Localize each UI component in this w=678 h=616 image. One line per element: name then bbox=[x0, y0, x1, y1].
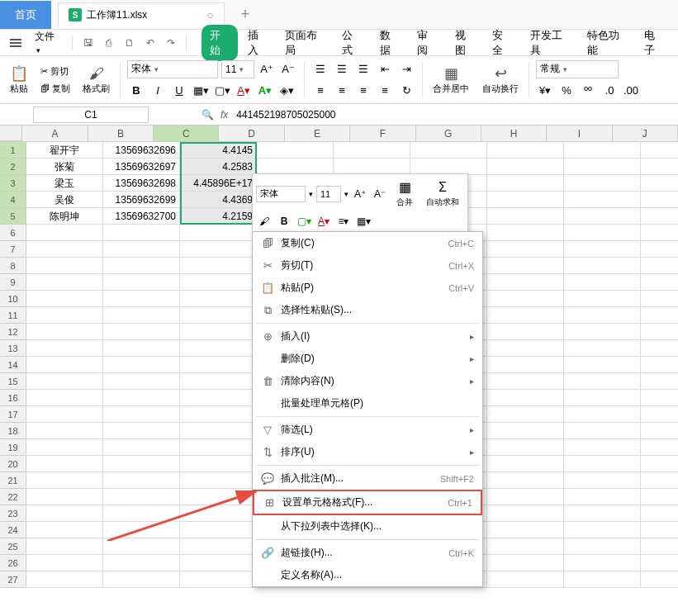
col-header-j[interactable]: J bbox=[613, 126, 678, 141]
select-all-corner[interactable] bbox=[0, 126, 22, 141]
cell[interactable] bbox=[564, 406, 641, 423]
row-header[interactable]: 9 bbox=[0, 274, 26, 291]
ctx-filter[interactable]: ▽筛选(L)▸ bbox=[253, 419, 482, 441]
cell[interactable] bbox=[26, 406, 103, 423]
cell[interactable] bbox=[641, 159, 678, 175]
cell[interactable] bbox=[26, 439, 103, 456]
cell[interactable] bbox=[103, 340, 180, 357]
orientation-icon[interactable]: ↻ bbox=[397, 82, 415, 100]
cell[interactable] bbox=[487, 456, 564, 472]
cell[interactable] bbox=[103, 291, 180, 307]
row-header[interactable]: 22 bbox=[0, 489, 26, 505]
row-header[interactable]: 5 bbox=[0, 208, 26, 225]
cell[interactable] bbox=[26, 555, 103, 571]
row-header[interactable]: 23 bbox=[0, 505, 26, 522]
cell[interactable] bbox=[641, 373, 678, 390]
underline-button[interactable]: U bbox=[170, 82, 188, 100]
cell[interactable] bbox=[26, 340, 103, 357]
cell[interactable] bbox=[564, 357, 641, 373]
cell[interactable] bbox=[26, 373, 103, 390]
cell[interactable] bbox=[180, 274, 257, 291]
cell[interactable] bbox=[564, 538, 641, 555]
cell[interactable] bbox=[410, 142, 487, 159]
cell[interactable] bbox=[180, 390, 257, 406]
cell[interactable] bbox=[564, 175, 641, 192]
tab-formulas[interactable]: 公式 bbox=[334, 25, 369, 61]
cell[interactable] bbox=[487, 439, 564, 456]
italic-button[interactable]: I bbox=[149, 82, 167, 100]
cell[interactable]: 13569632700 bbox=[103, 208, 180, 225]
cell[interactable] bbox=[103, 390, 180, 406]
col-header-b[interactable]: B bbox=[88, 126, 154, 141]
ctx-insert[interactable]: ⊕插入(I)▸ bbox=[253, 325, 482, 348]
ctx-comment[interactable]: 💬插入批注(M)...Shift+F2 bbox=[253, 467, 482, 490]
cell[interactable] bbox=[180, 439, 257, 456]
number-format-combo[interactable]: 常规▾ bbox=[536, 60, 619, 78]
row-header[interactable]: 3 bbox=[0, 175, 26, 192]
cell[interactable]: 4.45896E+17 bbox=[180, 175, 257, 192]
cell[interactable] bbox=[487, 324, 564, 340]
cell[interactable] bbox=[26, 357, 103, 373]
cell[interactable]: 4.4145 bbox=[180, 142, 257, 159]
ctx-clear[interactable]: 🗑清除内容(N)▸ bbox=[253, 370, 482, 392]
cell[interactable] bbox=[487, 159, 564, 175]
mini-font-combo[interactable]: 宋体 bbox=[256, 186, 306, 202]
cell[interactable] bbox=[103, 555, 180, 571]
cell[interactable] bbox=[26, 472, 103, 489]
align-top-icon[interactable]: ☰ bbox=[311, 60, 330, 78]
row-header[interactable]: 8 bbox=[0, 258, 26, 274]
cell[interactable] bbox=[103, 274, 180, 291]
hamburger-icon[interactable] bbox=[7, 36, 25, 50]
decrease-font-icon[interactable]: A⁻ bbox=[279, 60, 297, 78]
cell[interactable] bbox=[641, 274, 678, 291]
cell[interactable] bbox=[26, 390, 103, 406]
highlight-button[interactable]: A▾ bbox=[256, 82, 274, 100]
cut-button[interactable]: ✂剪切 bbox=[38, 64, 73, 78]
tab-insert[interactable]: 插入 bbox=[239, 25, 275, 61]
cell[interactable] bbox=[103, 505, 180, 522]
align-middle-icon[interactable]: ☰ bbox=[333, 60, 351, 78]
row-header[interactable]: 10 bbox=[0, 291, 26, 307]
cell[interactable] bbox=[487, 472, 564, 489]
wrap-text-button[interactable]: ↩ 自动换行 bbox=[479, 63, 522, 97]
ctx-format-cells[interactable]: ⊞设置单元格格式(F)...Ctrl+1 bbox=[254, 491, 481, 514]
cell[interactable] bbox=[487, 538, 564, 555]
col-header-c[interactable]: C bbox=[154, 126, 219, 141]
cell[interactable] bbox=[487, 142, 564, 159]
cell[interactable] bbox=[487, 291, 564, 307]
cell[interactable] bbox=[641, 225, 678, 241]
cell[interactable] bbox=[641, 489, 678, 505]
ctx-define-name[interactable]: 定义名称(A)... bbox=[253, 564, 482, 586]
cell[interactable] bbox=[26, 225, 103, 241]
search-function-icon[interactable]: 🔍 bbox=[202, 109, 214, 121]
cell[interactable] bbox=[641, 258, 678, 274]
print-icon[interactable]: ⎙ bbox=[102, 36, 115, 50]
redo-icon[interactable]: ↷ bbox=[164, 36, 177, 50]
cell[interactable] bbox=[180, 489, 257, 505]
cell[interactable] bbox=[26, 241, 103, 258]
ctx-hyperlink[interactable]: 🔗超链接(H)...Ctrl+K bbox=[253, 542, 482, 564]
cell[interactable] bbox=[641, 340, 678, 357]
formula-input[interactable] bbox=[235, 107, 565, 122]
cell[interactable] bbox=[641, 456, 678, 472]
row-header[interactable]: 1 bbox=[0, 142, 26, 159]
cell[interactable] bbox=[180, 472, 257, 489]
cell[interactable] bbox=[564, 258, 641, 274]
cell[interactable] bbox=[641, 142, 678, 159]
mini-border-button[interactable]: ▦▾ bbox=[355, 213, 372, 230]
cell[interactable] bbox=[103, 456, 180, 472]
cell[interactable] bbox=[641, 505, 678, 522]
cell[interactable] bbox=[103, 324, 180, 340]
cell[interactable] bbox=[103, 489, 180, 505]
cell[interactable] bbox=[180, 505, 257, 522]
increase-font-icon[interactable]: A⁺ bbox=[258, 60, 276, 78]
cell[interactable] bbox=[641, 307, 678, 324]
cell[interactable] bbox=[487, 192, 564, 208]
cell[interactable] bbox=[564, 571, 641, 588]
cell[interactable] bbox=[564, 241, 641, 258]
cell[interactable] bbox=[487, 274, 564, 291]
justify-icon[interactable]: ≡ bbox=[376, 82, 394, 100]
cell[interactable] bbox=[487, 373, 564, 390]
cell[interactable]: 张菊 bbox=[26, 159, 103, 175]
home-tab[interactable]: 首页 bbox=[0, 1, 51, 29]
